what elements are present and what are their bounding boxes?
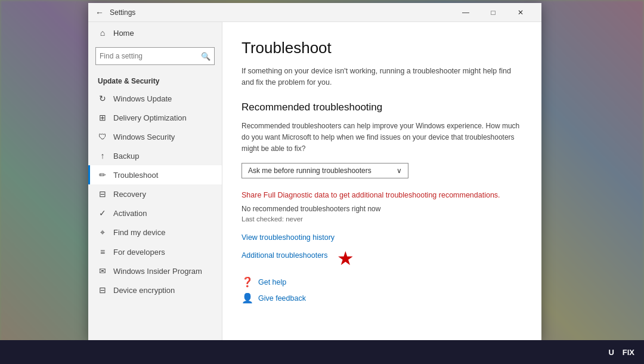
- window-controls: — □ ✕: [452, 3, 534, 22]
- backup-icon: ↑: [98, 151, 107, 161]
- delivery-optimization-icon: ⊞: [98, 113, 107, 122]
- star-annotation: ★: [337, 249, 354, 268]
- page-title: Troubleshoot: [242, 39, 522, 57]
- sidebar-item-label: Backup: [113, 152, 139, 161]
- close-button[interactable]: ✕: [507, 3, 534, 22]
- search-input[interactable]: [100, 52, 201, 60]
- sidebar-item-label: Troubleshoot: [113, 171, 158, 180]
- troubleshoot-dropdown[interactable]: Ask me before running troubleshooters ∨: [242, 163, 408, 178]
- taskbar: U FIX: [0, 340, 644, 364]
- get-help-icon: ❓: [242, 276, 253, 288]
- sidebar-item-label: Delivery Optimization: [113, 113, 187, 122]
- sidebar-item-home[interactable]: ⌂ Home: [88, 22, 222, 44]
- taskbar-fix-label: FIX: [623, 348, 634, 357]
- taskbar-u-label: U: [608, 348, 614, 357]
- sidebar-item-label: Windows Security: [113, 132, 175, 141]
- for-developers-icon: ≡: [98, 247, 107, 257]
- sidebar-item-label: Recovery: [113, 190, 146, 199]
- sidebar-item-windows-insider[interactable]: ✉ Windows Insider Program: [88, 261, 222, 280]
- no-troubleshooters-text: No recommended troubleshooters right now: [242, 205, 522, 213]
- sidebar: ⌂ Home 🔍 Update & Security ↻ Windows Upd…: [88, 22, 222, 340]
- title-bar: ← Settings — □ ✕: [88, 3, 541, 22]
- windows-insider-icon: ✉: [98, 266, 107, 276]
- sidebar-section-label: Update & Security: [88, 72, 222, 89]
- give-feedback-link[interactable]: Give feedback: [258, 294, 306, 303]
- page-subtitle: If something on your device isn't workin…: [242, 66, 522, 88]
- recommended-desc: Recommended troubleshooters can help imp…: [242, 121, 522, 155]
- sidebar-item-windows-security[interactable]: 🛡 Windows Security: [88, 127, 222, 146]
- back-button[interactable]: ←: [95, 8, 104, 17]
- recommended-heading: Recommended troubleshooting: [242, 101, 522, 113]
- find-my-device-icon: ⌖: [98, 227, 107, 237]
- restore-button[interactable]: □: [479, 3, 507, 22]
- sidebar-item-for-developers[interactable]: ≡ For developers: [88, 242, 222, 261]
- sidebar-item-activation[interactable]: ✓ Activation: [88, 203, 222, 223]
- content-area: Troubleshoot If something on your device…: [222, 22, 541, 340]
- sidebar-item-label: Device encryption: [113, 286, 175, 295]
- get-help-link[interactable]: Get help: [258, 278, 286, 286]
- search-icon: 🔍: [201, 52, 210, 61]
- sidebar-item-label: Windows Insider Program: [113, 267, 202, 276]
- additional-troubleshooters-link[interactable]: Additional troubleshooters: [242, 251, 328, 260]
- last-checked-text: Last checked: never: [242, 215, 522, 223]
- sidebar-item-label: Find my device: [113, 228, 165, 237]
- give-feedback-row[interactable]: 👤 Give feedback: [242, 292, 522, 304]
- windows-security-icon: 🛡: [98, 132, 107, 141]
- minimize-button[interactable]: —: [452, 3, 479, 22]
- sidebar-item-label: Activation: [113, 209, 147, 218]
- sidebar-item-device-encryption[interactable]: ⊟ Device encryption: [88, 280, 222, 300]
- give-feedback-icon: 👤: [242, 292, 253, 304]
- sidebar-item-windows-update[interactable]: ↻ Windows Update: [88, 89, 222, 108]
- windows-update-icon: ↻: [98, 94, 107, 103]
- sidebar-item-delivery-optimization[interactable]: ⊞ Delivery Optimization: [88, 108, 222, 127]
- view-history-link[interactable]: View troubleshooting history: [242, 233, 522, 242]
- sidebar-item-label: For developers: [113, 248, 165, 257]
- dropdown-label: Ask me before running troubleshooters: [248, 166, 371, 175]
- sidebar-item-troubleshoot[interactable]: ✏ Troubleshoot: [88, 165, 222, 184]
- sidebar-item-backup[interactable]: ↑ Backup: [88, 146, 222, 165]
- device-encryption-icon: ⊟: [98, 285, 107, 295]
- activation-icon: ✓: [98, 208, 107, 218]
- chevron-down-icon: ∨: [397, 166, 402, 175]
- settings-window: ← Settings — □ ✕ ⌂ Home 🔍 Update & Secur…: [88, 3, 541, 340]
- search-box[interactable]: 🔍: [95, 47, 215, 65]
- share-diagnostic-link[interactable]: Share Full Diagnostic data to get additi…: [242, 189, 522, 201]
- recovery-icon: ⊟: [98, 189, 107, 199]
- taskbar-right: U FIX: [608, 348, 639, 357]
- sidebar-item-recovery[interactable]: ⊟ Recovery: [88, 184, 222, 203]
- sidebar-item-find-my-device[interactable]: ⌖ Find my device: [88, 223, 222, 242]
- main-area: ⌂ Home 🔍 Update & Security ↻ Windows Upd…: [88, 22, 541, 340]
- troubleshoot-icon: ✏: [98, 170, 107, 180]
- home-icon: ⌂: [98, 28, 107, 38]
- sidebar-item-label: Windows Update: [113, 94, 172, 103]
- home-label: Home: [113, 29, 134, 38]
- window-title: Settings: [110, 8, 452, 17]
- additional-troubleshooters-row: Additional troubleshooters ★: [242, 251, 522, 260]
- get-help-row[interactable]: ❓ Get help: [242, 276, 522, 288]
